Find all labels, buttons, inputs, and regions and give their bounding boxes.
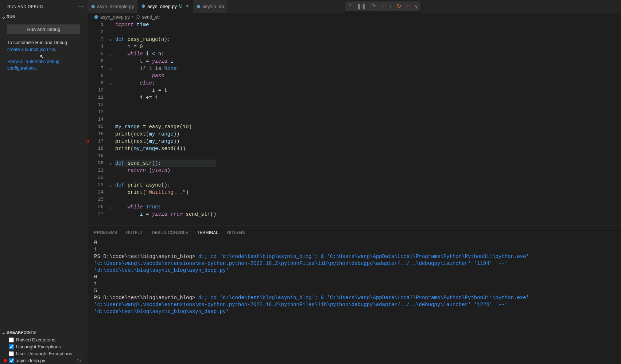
editor-tabs: ⬢ asyn_example.py ⬢ asyn_deep.py U × ⬢ a… (88, 0, 621, 13)
terminal-line: PS D:\code\test\blog\asynio_blog> d:; cd… (94, 294, 614, 315)
run-and-debug-button[interactable]: Run and Debug (7, 24, 80, 34)
breadcrumb-file[interactable]: asyn_deep.py (100, 14, 130, 20)
tab-asynio-ba[interactable]: ⬢ asynio_ba (193, 0, 228, 13)
run-section-label: RUN (7, 15, 15, 19)
run-section-header[interactable]: ⌄ RUN (0, 13, 88, 21)
tab-git-status: U (179, 4, 182, 9)
panel-tab-problems[interactable]: PROBLEMS (94, 228, 117, 237)
bp-uncaught-checkbox[interactable] (9, 344, 14, 349)
create-launch-link[interactable]: create a launch.json file (7, 47, 55, 52)
customize-text: To customize Run and Debug create a laun… (7, 39, 80, 53)
terminal-line: PS D:\code\test\blog\asynio_blog> d:; cd… (94, 253, 614, 274)
panel-tabs: PROBLEMS OUTPUT DEBUG CONSOLE TERMINAL G… (88, 226, 621, 237)
breakpoint-dot-icon (4, 359, 7, 362)
tab-asyn-deep[interactable]: ⬢ asyn_deep.py U × (138, 0, 193, 13)
debug-pause-icon[interactable]: ❚❚ (357, 3, 366, 9)
breakpoints-label: BREAKPOINTS (7, 330, 36, 334)
breakpoints-header[interactable]: ⌄ BREAKPOINTS (0, 328, 88, 336)
breadcrumb-symbol[interactable]: send_str (142, 14, 160, 20)
auto-debug-text: Show all automatic debug configurations. (7, 58, 80, 72)
bp-raised-checkbox[interactable] (9, 337, 14, 343)
debug-step-out-icon[interactable]: ↑ (389, 3, 392, 9)
more-icon[interactable]: ⋯ (78, 3, 84, 10)
panel-tab-debug-console[interactable]: DEBUG CONSOLE (152, 228, 189, 237)
bp-user-uncaught-exceptions[interactable]: User Uncaught Exceptions (0, 350, 88, 357)
code-editor[interactable]: 1234567891011121314151617181920212223242… (88, 21, 621, 226)
panel-tab-gitlens[interactable]: GITLENS (227, 228, 245, 237)
sidebar: RUN AND DEBUG ⋯ ⌄ RUN Run and Debug ↖ To… (0, 0, 88, 364)
bp-uncaught-exceptions[interactable]: Uncaught Exceptions (0, 343, 88, 350)
sidebar-title: RUN AND DEBUG (7, 4, 43, 9)
bp-raised-exceptions[interactable]: Raised Exceptions (0, 336, 88, 343)
python-icon: ⬢ (197, 4, 200, 9)
fold-gutter: ⌄⌄⌄⌄⌄⌄⌄ (107, 21, 114, 226)
bp-file-item[interactable]: asyn_deep.py 17 (0, 357, 88, 364)
debug-step-over-icon[interactable]: ↷ (371, 3, 376, 9)
python-icon: ⬢ (141, 4, 145, 9)
chevron-down-icon: ⌄ (1, 14, 6, 20)
code-content[interactable]: import time def easy_range(n): i = 0 whi… (114, 21, 216, 226)
drag-handle-icon[interactable]: ⠿ (348, 4, 352, 9)
tab-asyn-example[interactable]: ⬢ asyn_example.py (88, 0, 138, 13)
terminal-output[interactable]: 0 1 PS D:\code\test\blog\asynio_blog> d:… (88, 237, 621, 364)
breadcrumb[interactable]: ⬢ asyn_deep.py › ⬡ send_str (88, 13, 621, 21)
breakpoints-section: ⌄ BREAKPOINTS Raised Exceptions Uncaught… (0, 328, 88, 364)
bp-user-uncaught-checkbox[interactable] (9, 351, 14, 356)
bp-file-checkbox[interactable] (9, 358, 14, 363)
debug-restart-icon[interactable]: ↻ (397, 3, 401, 9)
bottom-panel: PROBLEMS OUTPUT DEBUG CONSOLE TERMINAL G… (88, 226, 621, 364)
chevron-down-icon: ⌄ (1, 329, 6, 335)
main: ⬢ asyn_example.py ⬢ asyn_deep.py U × ⬢ a… (88, 0, 621, 364)
panel-tab-terminal[interactable]: TERMINAL (197, 228, 218, 237)
debug-toolbar[interactable]: ⠿ ❚❚ ↷ ↓ ↑ ↻ □ y (345, 1, 420, 11)
debug-step-into-icon[interactable]: ↓ (381, 3, 384, 9)
panel-tab-output[interactable]: OUTPUT (126, 228, 143, 237)
symbol-method-icon: ⬡ (136, 14, 140, 20)
debug-stop-icon[interactable]: □ (407, 3, 410, 9)
sidebar-header: RUN AND DEBUG ⋯ (0, 0, 88, 13)
python-icon: ⬢ (91, 4, 95, 9)
close-tab-icon[interactable]: × (186, 3, 189, 9)
show-auto-link[interactable]: Show all automatic debug configurations (7, 59, 59, 71)
breadcrumb-sep-icon: › (132, 14, 133, 20)
line-number-gutter: 1234567891011121314151617181920212223242… (88, 21, 107, 226)
python-icon: ⬢ (94, 14, 98, 20)
run-section-body: Run and Debug ↖ To customize Run and Deb… (0, 21, 88, 75)
